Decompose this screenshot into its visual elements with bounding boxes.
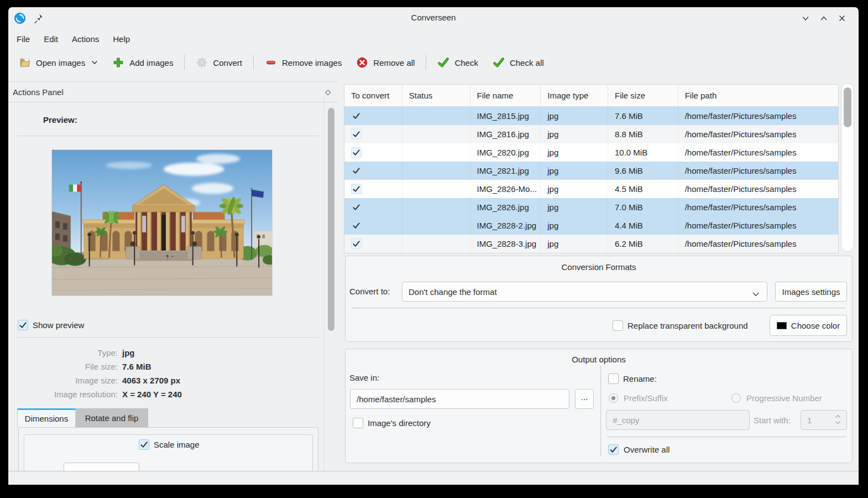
output-options-title: Output options [346,355,852,364]
table-row[interactable]: IMG_2828-2.jpgjpg4.4 MiB/home/faster/Pic… [344,216,838,235]
row-checkbox[interactable] [351,184,362,194]
column-header-file-size[interactable]: File size [608,85,678,106]
progressive-number-radio[interactable] [731,393,741,403]
maximize-button[interactable] [819,14,828,23]
table-row[interactable]: IMG_2821.jpgjpg9.6 MiB/home/faster/Pictu… [344,162,838,180]
divider [17,337,320,338]
toolbar-button-convert[interactable]: Convert [189,52,249,73]
table-row[interactable]: IMG_2826-Mo...jpg4.5 MiB/home/faster/Pic… [344,180,838,198]
menu-item-edit[interactable]: Edit [37,31,65,47]
row-checkbox[interactable] [351,220,362,231]
menu-item-actions[interactable]: Actions [65,31,106,47]
chevron-down-icon [752,289,760,299]
file-table-body: IMG_2815.jpgjpg7.6 MiB/home/faster/Pictu… [344,107,838,253]
cell-to-convert [344,143,402,162]
cell-file-size: 7.0 MiB [608,198,678,216]
width-input-partial[interactable] [64,463,139,471]
dock-scrollbar-track[interactable] [324,96,325,471]
menu-item-help[interactable]: Help [106,31,137,47]
cell-file-name: IMG_2816.jpg [470,125,541,143]
cell-file-size: 10.0 MiB [608,143,678,162]
remove-bar-icon [265,56,277,69]
show-preview-checkbox[interactable] [18,320,28,330]
table-scrollbar-thumb[interactable] [844,87,851,127]
rename-checkbox[interactable] [608,374,619,384]
table-row[interactable]: IMG_2816.jpgjpg8.8 MiB/home/faster/Pictu… [344,125,838,143]
cell-file-path: /home/faster/Pictures/samples [678,235,838,253]
file-table-header: To convertStatusFile nameImage typeFile … [344,85,838,107]
toolbar-button-remove-all[interactable]: Remove all [349,52,422,73]
tab-rotate-and-flip[interactable]: Rotate and flip [76,408,148,427]
replace-background-label: Replace transparent background [628,321,748,330]
color-swatch [777,322,787,329]
cell-file-size: 8.8 MiB [608,125,678,143]
choose-color-button[interactable]: Choose color [770,315,847,336]
start-with-spinner[interactable]: 1 [801,410,847,430]
toolbar-button-add-images[interactable]: Add images [105,52,180,73]
toolbar-button-check-all[interactable]: Check all [485,52,551,73]
save-in-input[interactable]: /home/faster/samples [350,389,569,409]
dock-float-icon[interactable] [323,88,332,97]
rename-pattern-input[interactable]: #_copy [606,410,750,430]
menu-item-file[interactable]: File [10,31,36,47]
rename-pattern-value: #_copy [613,416,639,425]
cell-file-name: IMG_2821.jpg [470,162,541,180]
divider [352,308,846,308]
cell-status [402,180,470,198]
actions-panel-title: Actions Panel [13,87,64,97]
spinner-arrows-icon[interactable] [835,414,841,424]
cell-to-convert [344,107,402,125]
browse-button[interactable]: ... [575,389,594,409]
actions-panel-header[interactable]: Actions Panel [8,81,338,102]
scale-image-checkbox[interactable] [139,439,149,450]
column-header-image-type[interactable]: Image type [541,85,608,106]
cell-image-type: jpg [541,125,608,143]
table-row[interactable]: IMG_2815.jpgjpg7.6 MiB/home/faster/Pictu… [344,107,838,125]
images-directory-checkbox[interactable] [353,418,363,428]
row-checkbox[interactable] [351,147,362,158]
divider [600,365,601,456]
cell-status [402,216,470,235]
cell-file-path: /home/faster/Pictures/samples [678,180,838,198]
images-settings-button[interactable]: Images settings [775,282,847,302]
cell-image-type: jpg [541,107,608,125]
cell-file-size: 6.2 MiB [608,235,678,253]
cell-file-path: /home/faster/Pictures/samples [678,216,838,235]
browse-label: ... [581,392,588,402]
column-header-status[interactable]: Status [402,85,470,106]
gear-icon [196,56,208,69]
save-in-value: /home/faster/samples [357,395,436,404]
cell-file-name: IMG_2815.jpg [470,107,541,125]
prefix-suffix-radio[interactable] [609,393,618,403]
replace-background-checkbox[interactable] [613,320,623,331]
toolbar-button-check[interactable]: Check [430,52,485,73]
table-row[interactable]: IMG_2826.jpgjpg7.0 MiB/home/faster/Pictu… [344,198,838,216]
titlebar[interactable]: Converseen [8,7,859,29]
add-icon [112,56,124,69]
toolbar-button-open-images[interactable]: Open images [12,52,105,73]
images-directory-label: Image's directory [368,418,431,428]
row-checkbox[interactable] [351,165,362,176]
row-checkbox[interactable] [351,202,362,212]
column-header-file-name[interactable]: File name [470,85,541,106]
row-checkbox[interactable] [351,111,362,121]
column-header-to-convert[interactable]: To convert [344,85,402,106]
minimize-button[interactable] [801,14,810,23]
column-header-file-path[interactable]: File path [678,85,838,106]
dock-scrollbar-thumb[interactable] [328,108,334,331]
tab-dimensions[interactable]: Dimensions [17,408,76,427]
row-checkbox[interactable] [351,238,362,249]
convert-to-combobox[interactable]: Don't change the format [402,282,767,302]
table-row[interactable]: IMG_2828-3.jpgjpg6.2 MiB/home/faster/Pic… [344,235,838,253]
detail-row: Image resolution:X = 240 Y = 240 [17,389,320,400]
overwrite-all-checkbox[interactable] [608,444,619,455]
toolbar-button-remove-images[interactable]: Remove images [258,52,349,73]
convert-to-value: Don't change the format [409,287,497,297]
cell-file-name: IMG_2828-2.jpg [470,216,541,235]
prefix-suffix-label: Prefix/Suffix [624,393,668,403]
overwrite-all-label: Overwrite all [624,445,670,454]
table-row[interactable]: IMG_2820.jpgjpg10.0 MiB/home/faster/Pict… [344,143,838,162]
cell-to-convert [344,125,402,143]
row-checkbox[interactable] [351,129,362,139]
close-button[interactable] [838,14,846,23]
